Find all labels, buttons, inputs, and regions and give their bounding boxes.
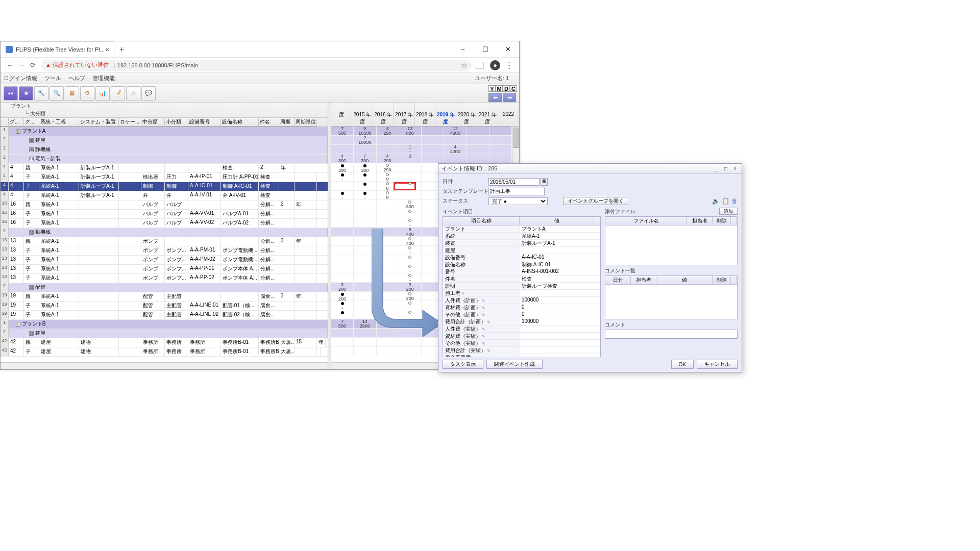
tool-icon-7[interactable]: 📊 [95, 86, 110, 101]
tree-row[interactable]: 2⊟ 電気・計装 [1, 155, 328, 164]
grid-row[interactable]: 1313子系統A-1ポンプポンプ...A-A-PM-01ポンプ電動機...分解.… [1, 246, 328, 256]
menu-tool[interactable]: ツール [44, 74, 61, 82]
item-row[interactable]: プラントプラントA [443, 226, 600, 233]
tab-close-icon[interactable]: × [105, 46, 110, 53]
reload-button[interactable]: ⟳ [27, 61, 38, 69]
item-row[interactable]: その他（計画）✎0 [443, 311, 600, 318]
item-row[interactable]: 設備番号A-A-IC-01 [443, 254, 600, 261]
tool-grid-icon[interactable]: ▦ [65, 86, 79, 101]
clipboard-icon[interactable]: 📋 [722, 197, 729, 205]
tool-icon-1[interactable]: ●● [4, 86, 18, 101]
dialog-title-bar[interactable]: イベント情報 ID：285 _ □ × [438, 164, 742, 174]
tool-icon-2[interactable]: ❀ [19, 86, 33, 101]
calendar-icon[interactable]: ▦ [541, 178, 548, 186]
add-attach-button[interactable]: 追加 [719, 208, 738, 215]
maximize-button[interactable]: ☐ [474, 41, 497, 57]
task-display-button[interactable]: タスク表示 [443, 360, 483, 369]
status-select[interactable]: 完了 ● [488, 197, 548, 205]
grid-row[interactable]: 44子系統A-1計装ループA-1検出器圧力A-A-IP-01圧力計 A-PP-0… [1, 173, 328, 182]
menu-login[interactable]: ログイン情報 [4, 74, 37, 82]
item-row[interactable]: 人件費（実績）✎ [443, 325, 600, 333]
new-tab-button[interactable]: + [114, 41, 129, 57]
grid-row[interactable]: 1313子系統A-1ポンプポンプ...A-A-PP-02ポンプ本体 A...分解… [1, 274, 328, 283]
tree-row[interactable]: 2⊟ 配管 [1, 283, 328, 292]
open-group-button[interactable]: イベントグループを開く [563, 197, 628, 205]
ymdc-toggles[interactable]: YMDC [488, 85, 517, 92]
grid-row[interactable]: 1919子系統A-1配管主配管A-A-LINE.02配管.02（検...腐食..… [1, 311, 328, 320]
grid-row[interactable]: 1616子系統A-1バルブバルブA-A-VV-01バルブA-01分解... [1, 210, 328, 219]
item-row[interactable]: 装置計装ループA-1 [443, 240, 600, 247]
tree-row[interactable]: 2⊞ 建屋 [1, 136, 328, 145]
items-body[interactable]: プラントプラントA系統系統A-1装置計装ループA-1建屋設備番号A-A-IC-0… [443, 226, 600, 357]
dialog-close-icon[interactable]: × [731, 166, 739, 171]
tool-search-icon[interactable]: 🔍 [50, 86, 64, 101]
item-row[interactable]: 費用合計（実績）✎ [443, 347, 600, 354]
close-button[interactable]: ✕ [497, 41, 519, 57]
ok-button[interactable]: OK [671, 360, 694, 369]
nav-prev-button[interactable]: ⬅ [488, 93, 502, 102]
grid-body[interactable]: 1⊟ プラントA2⊞ 建屋2⊞ 静機械2⊟ 電気・計装44親系統A-1計装ループ… [1, 127, 328, 362]
item-row[interactable]: 件名検査 [443, 276, 600, 283]
gantt-row[interactable]: 210000 [331, 136, 512, 145]
grid-row[interactable]: 1616親系統A-1バルブバルブ分解...2年 [1, 201, 328, 210]
tool-icon-3[interactable]: 🔧 [34, 86, 48, 101]
bookmark-icon[interactable]: ☆ [461, 61, 468, 69]
tool-erase-icon[interactable]: ▱ [126, 86, 140, 101]
gantt-row[interactable]: 1-44000 [331, 145, 512, 154]
item-row[interactable]: 系統系統A-1 [443, 233, 600, 240]
item-row[interactable]: 建屋 [443, 247, 600, 254]
grid-row[interactable]: 1313子系統A-1ポンプポンプ...A-A-PP-01ポンプ本体 A...分解… [1, 265, 328, 274]
profile-icon[interactable]: ● [490, 60, 500, 70]
item-row[interactable]: 番号A-INS-I-001-002 [443, 268, 600, 276]
item-row[interactable]: 人件費（計画）✎100000 [443, 297, 600, 304]
forward-button[interactable]: → [16, 61, 27, 69]
comment-list-body[interactable] [605, 285, 737, 319]
item-row[interactable]: 費用合計（計画）✎100000 [443, 318, 600, 325]
dialog-max-icon[interactable]: □ [722, 166, 729, 171]
grid-row[interactable]: 44親系統A-1計装ループA-1検査2年 [1, 164, 328, 173]
back-button[interactable]: ← [5, 61, 16, 69]
tree-row[interactable]: 1⊟ プラントB [1, 320, 328, 329]
grid-row[interactable]: 1616子系統A-1バルブバルブA-A-VV-02バルブA-02分解... [1, 219, 328, 228]
tree-row[interactable]: 2⊟ 動機械 [1, 228, 328, 237]
tree-row[interactable]: 1⊟ プラントA [1, 127, 328, 136]
item-row[interactable]: 保全重要度 [443, 354, 600, 357]
grid-row[interactable]: 1313子系統A-1ポンプポンプ...A-A-PM-02ポンプ電動機...分解.… [1, 256, 328, 265]
grid-row[interactable]: 44子系統A-1計装ループA-1弁弁A-A-IV-01弁 A-IV-01検査 [1, 191, 328, 201]
cancel-button[interactable]: キャンセル [697, 360, 738, 369]
trash-icon[interactable]: 🗑 [731, 197, 738, 205]
menu-admin[interactable]: 管理機能 [92, 74, 115, 82]
menu-icon[interactable]: ⋮ [503, 61, 515, 70]
speaker-icon[interactable]: 🔉 [712, 197, 720, 205]
grid-row[interactable]: 1919子系統A-1配管主配管A-A-LINE.01配管.01（検...腐食..… [1, 302, 328, 311]
related-event-button[interactable]: 関連イベント作成 [486, 360, 543, 369]
grid-row[interactable]: 44子系統A-1計装ループA-1制御制御A-A-IC-01制御 A-IC-01検… [1, 182, 328, 191]
grid-row[interactable]: 1313親系統A-1ポンプ分解...3年 [1, 237, 328, 246]
menu-help[interactable]: ヘルプ [68, 74, 85, 82]
date-input[interactable] [488, 178, 540, 186]
dialog-min-icon[interactable]: _ [713, 166, 720, 171]
template-input[interactable] [488, 188, 545, 195]
tree-row[interactable]: 2⊟ 建屋 [1, 329, 328, 338]
attach-body[interactable] [605, 226, 737, 265]
minimize-button[interactable]: − [452, 41, 474, 57]
item-row[interactable]: その他（実績）✎ [443, 340, 600, 347]
gantt-row[interactable]: 4300730042900 [331, 154, 512, 163]
tool-icon-8[interactable]: 📝 [111, 86, 125, 101]
nav-next-button[interactable]: ➡ [503, 93, 516, 102]
tree-row[interactable]: 2⊞ 静機械 [1, 145, 328, 155]
grid-row[interactable]: 4242子建屋建物事務所事務所事務所事務所B-01事務所B-01大規... [1, 347, 328, 357]
h-scrollbar[interactable] [1, 362, 328, 369]
item-row[interactable]: 設備名称制御 A-IC-01 [443, 261, 600, 268]
extension-icon[interactable] [475, 62, 484, 69]
browser-tab[interactable]: FLiPS (Flexible Tree Viewer for Pl... × [1, 41, 114, 57]
item-row[interactable]: 説明計装ループ検査 [443, 283, 600, 290]
item-row[interactable]: 施工者✎ [443, 290, 600, 297]
item-row[interactable]: 資材費（計画）✎0 [443, 304, 600, 311]
grid-row[interactable]: 1919親系統A-1配管主配管腐食...3年 [1, 292, 328, 302]
grid-row[interactable]: 4242親建屋建物事務所事務所事務所事務所B-01事務所B-01大規...15年 [1, 338, 328, 347]
url-input[interactable]: ▲ 保護されていない通信 | 192.168.0.80:18080/FLIPS/… [41, 60, 472, 71]
item-row[interactable]: 資材費（実績）✎ [443, 333, 600, 340]
tool-icon-6[interactable]: ⚙ [80, 86, 94, 101]
gantt-row[interactable]: 7500910500429013800124600 [331, 127, 512, 136]
